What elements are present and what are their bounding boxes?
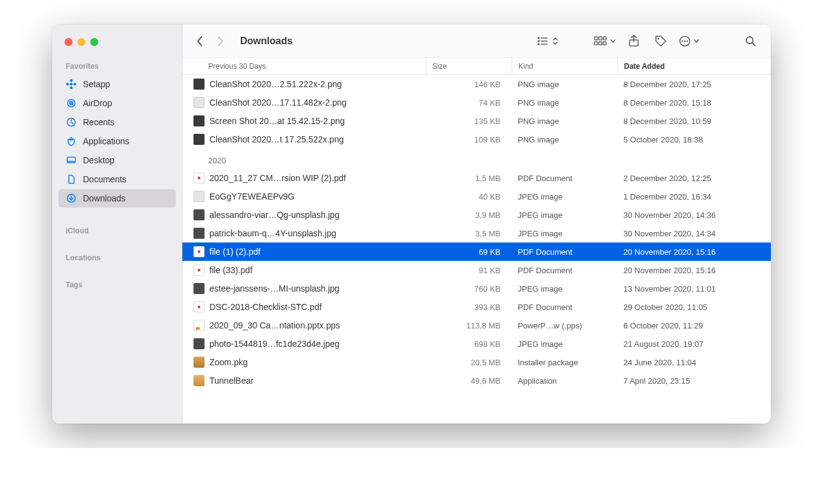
file-date: 24 June 2020, 11:04	[617, 358, 771, 367]
file-kind: PNG image	[512, 117, 617, 126]
file-size: 393 KB	[426, 303, 512, 312]
file-row[interactable]: estee-janssens-…MI-unsplash.jpg760 KBJPE…	[182, 279, 771, 298]
file-icon	[193, 115, 205, 126]
file-kind: PDF Document	[512, 247, 617, 257]
sidebar-section-label: iCloud	[52, 227, 182, 239]
svg-rect-22	[599, 42, 602, 45]
search-button[interactable]	[741, 32, 760, 50]
recents-icon	[66, 117, 77, 128]
file-kind: JPEG image	[512, 229, 617, 238]
file-name: CleanShot 2020…2.51.222x-2.png	[209, 79, 342, 89]
file-icon	[193, 338, 205, 349]
back-button[interactable]	[193, 35, 206, 47]
file-date: 8 December 2020, 10:59	[617, 117, 771, 126]
file-name: CleanShot 2020…17.11.482x-2.png	[209, 98, 346, 107]
sidebar-item-airdrop[interactable]: AirDrop	[58, 94, 176, 112]
sidebar-item-documents[interactable]: Documents	[58, 170, 176, 188]
sidebar-item-desktop[interactable]: Desktop	[58, 151, 176, 169]
toolbar: Downloads	[182, 25, 771, 58]
tags-button[interactable]	[652, 32, 670, 50]
chevron-updown-icon	[552, 37, 558, 45]
column-kind[interactable]: Kind	[512, 58, 617, 74]
file-date: 13 November 2020, 11:01	[617, 284, 771, 293]
file-row[interactable]: CleanShot 2020…t 17.25.522x.png109 KBPNG…	[182, 130, 771, 149]
minimize-button[interactable]	[77, 38, 85, 46]
file-name: DSC-2018-Checklist-STC.pdf	[209, 302, 322, 312]
column-size[interactable]: Size	[426, 58, 512, 74]
file-icon	[193, 228, 205, 239]
file-icon	[193, 173, 205, 184]
sidebar-item-applications[interactable]: Applications	[58, 132, 176, 150]
file-row[interactable]: DSC-2018-Checklist-STC.pdf393 KBPDF Docu…	[182, 298, 771, 316]
sidebar-item-label: Downloads	[83, 193, 125, 203]
file-icon	[193, 191, 205, 202]
file-size: 40 KB	[426, 192, 512, 201]
file-size: 49,6 MB	[426, 376, 512, 386]
file-row[interactable]: alessandro-viar…Qg-unsplash.jpg3,9 MBJPE…	[182, 206, 771, 224]
file-row[interactable]: EoGgY7EWEAEPv9G40 KBJPEG image1 December…	[182, 187, 771, 206]
share-button[interactable]	[625, 32, 643, 50]
file-kind: Application	[512, 376, 617, 386]
file-kind: PNG image	[512, 80, 617, 89]
column-date[interactable]: Date Added	[617, 58, 771, 74]
file-row[interactable]: Zoom.pkg20,5 MBInstaller package24 June …	[182, 353, 771, 371]
file-kind: PDF Document	[512, 174, 617, 183]
file-row[interactable]: 2020_11_27 CM…rsion WIP (2).pdf1,5 MBPDF…	[182, 169, 771, 187]
zoom-button[interactable]	[90, 38, 98, 46]
file-date: 7 April 2020, 23:15	[617, 376, 771, 386]
window-controls	[52, 38, 182, 46]
svg-rect-2	[66, 82, 69, 86]
file-size: 698 KB	[426, 339, 512, 349]
sidebar-item-downloads[interactable]: Downloads	[58, 189, 176, 207]
sidebar-item-recents[interactable]: Recents	[58, 113, 176, 131]
file-date: 29 October 2020, 11:05	[617, 303, 771, 312]
file-row[interactable]: Screen Shot 20…at 15.42.15-2.png135 KBPN…	[182, 112, 771, 130]
close-button[interactable]	[64, 38, 72, 46]
finder-window: FavoritesSetappAirDropRecentsApplication…	[52, 25, 771, 424]
view-mode-button[interactable]	[537, 36, 558, 46]
forward-button[interactable]	[214, 35, 227, 47]
sidebar-item-label: AirDrop	[83, 98, 112, 108]
file-row[interactable]: file (1) (2).pdf69 KBPDF Document20 Nove…	[182, 242, 771, 261]
file-size: 760 KB	[426, 284, 512, 293]
svg-rect-4	[69, 82, 73, 86]
file-name: estee-janssens-…MI-unsplash.jpg	[209, 284, 340, 293]
file-row[interactable]: file (33).pdf91 KBPDF Document20 Novembe…	[182, 261, 771, 279]
file-kind: JPEG image	[512, 211, 617, 220]
chevron-down-icon	[693, 39, 700, 44]
column-name[interactable]: Previous 30 Days	[182, 58, 426, 74]
file-row[interactable]: CleanShot 2020…17.11.482x-2.png74 KBPNG …	[182, 93, 771, 112]
file-size: 135 KB	[426, 117, 512, 126]
file-row[interactable]: CleanShot 2020…2.51.222x-2.png146 KBPNG …	[182, 75, 771, 93]
svg-point-27	[682, 40, 683, 41]
svg-point-28	[684, 40, 685, 41]
file-name: TunnelBear	[209, 376, 254, 386]
file-size: 1,5 MB	[426, 174, 512, 183]
file-name: 2020_11_27 CM…rsion WIP (2).pdf	[209, 173, 346, 183]
window-title: Downloads	[240, 36, 292, 47]
svg-point-7	[71, 103, 72, 104]
svg-point-29	[687, 40, 688, 41]
file-row[interactable]: TunnelBear49,6 MBApplication7 April 2020…	[182, 371, 771, 390]
svg-point-15	[538, 37, 539, 39]
file-size: 91 KB	[426, 266, 512, 275]
file-row[interactable]: photo-1544819…fc1de23d4e.jpeg698 KBJPEG …	[182, 335, 771, 353]
svg-point-30	[746, 37, 753, 44]
downloads-icon	[66, 193, 77, 204]
file-kind: PNG image	[512, 98, 617, 107]
file-icon	[193, 301, 205, 312]
file-list[interactable]: CleanShot 2020…2.51.222x-2.png146 KBPNG …	[182, 75, 771, 424]
file-date: 6 October 2020, 11:29	[617, 321, 771, 330]
sidebar-section-label: Locations	[52, 254, 182, 266]
file-kind: Installer package	[512, 358, 617, 367]
file-row[interactable]: patrick-baum-q…4Y-unsplash.jpg3,5 MBJPEG…	[182, 224, 771, 242]
file-icon	[193, 134, 205, 145]
chevron-down-icon	[610, 39, 616, 44]
group-by-button[interactable]	[594, 36, 616, 46]
svg-point-17	[538, 44, 539, 45]
more-actions-button[interactable]	[679, 35, 700, 47]
sidebar-item-setapp[interactable]: Setapp	[58, 75, 176, 93]
file-icon	[193, 97, 205, 108]
file-row[interactable]: 2020_09_30 Ca…ntation.pptx.pps113,8 MBPo…	[182, 316, 771, 335]
sidebar-item-label: Applications	[83, 136, 130, 146]
